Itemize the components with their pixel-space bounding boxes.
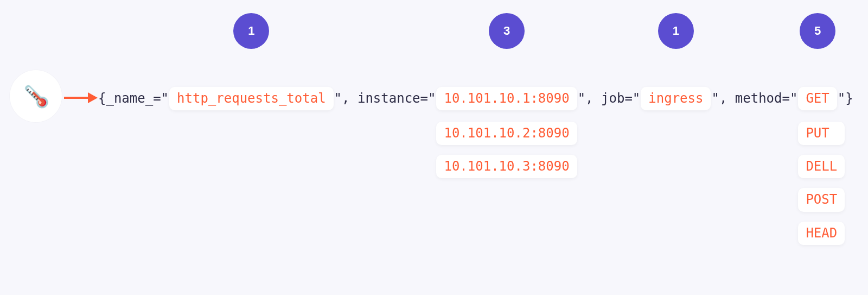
- quote: ": [838, 91, 845, 106]
- method-extra-values: PUT DELL POST HEAD: [798, 122, 845, 245]
- value-pill-instance-extra: 10.101.10.3:8090: [436, 155, 577, 178]
- eq: =: [153, 91, 161, 106]
- value-pill-instance: 10.101.10.1:8090: [436, 87, 577, 110]
- eq: =: [782, 91, 790, 106]
- cardinality-badge-method: 5: [800, 13, 835, 49]
- quote: ": [633, 91, 640, 106]
- cardinality-badge-job: 1: [658, 13, 694, 49]
- comma: ,: [342, 91, 358, 106]
- quote: ": [578, 91, 585, 106]
- value-pill-instance-extra: 10.101.10.2:8090: [436, 122, 577, 145]
- thermometer-icon: 🌡️: [15, 76, 56, 117]
- label-expression: {_name_="http_requests_total", instance=…: [98, 87, 853, 110]
- arrow-icon: [64, 93, 98, 102]
- quote: ": [790, 91, 797, 106]
- value-pill-job: ingress: [641, 87, 711, 110]
- quote: ": [334, 91, 342, 106]
- eq: =: [624, 91, 632, 106]
- quote: ": [161, 91, 169, 106]
- cardinality-badge-instance: 3: [489, 13, 525, 49]
- value-pill-method: GET: [798, 87, 837, 110]
- job-key: job: [601, 91, 624, 106]
- quote: ": [711, 91, 719, 106]
- value-pill-name: http_requests_total: [169, 87, 334, 110]
- comma: ,: [719, 91, 735, 106]
- value-pill-method-extra: POST: [798, 188, 845, 211]
- instance-key: instance: [358, 91, 420, 106]
- comma: ,: [585, 91, 601, 106]
- quote: ": [428, 91, 436, 106]
- name-key: _name_: [106, 91, 153, 106]
- eq: =: [420, 91, 428, 106]
- method-key: method: [735, 91, 782, 106]
- value-pill-method-extra: PUT: [798, 122, 845, 145]
- value-pill-method-extra: HEAD: [798, 222, 845, 245]
- thermometer-circle: 🌡️: [10, 70, 62, 122]
- cardinality-badge-name: 1: [233, 13, 269, 49]
- value-pill-method-extra: DELL: [798, 155, 845, 178]
- brace-open: {: [98, 91, 106, 106]
- instance-extra-values: 10.101.10.2:8090 10.101.10.3:8090: [436, 122, 577, 178]
- brace-close: }: [845, 91, 853, 106]
